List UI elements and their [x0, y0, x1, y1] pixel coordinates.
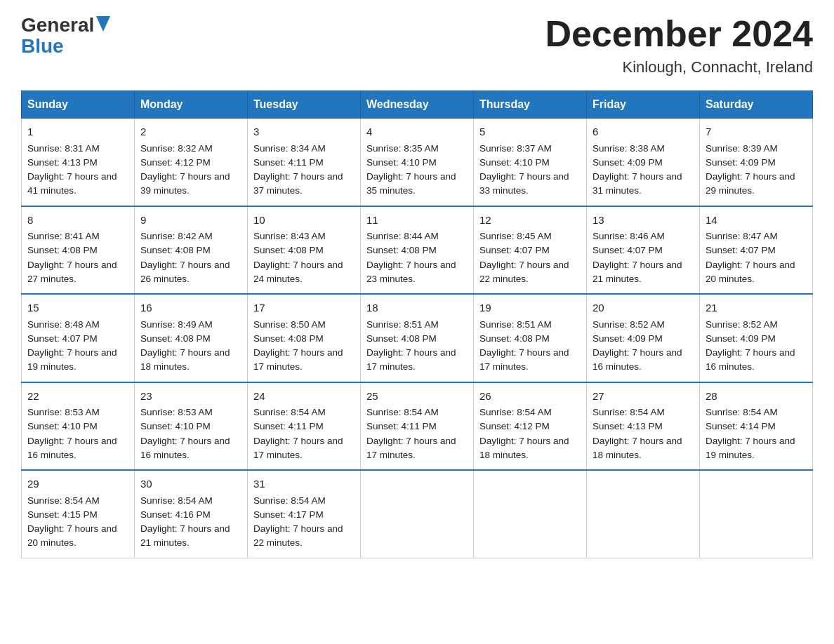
- daylight-label: Daylight: 7 hours and 19 minutes.: [27, 347, 117, 372]
- day-number: 8: [27, 213, 128, 229]
- day-number: 17: [253, 300, 355, 316]
- logo: General Blue: [21, 14, 112, 58]
- calendar-cell: [474, 470, 587, 558]
- col-sunday: Sunday: [22, 91, 135, 119]
- sunset-label: Sunset: 4:09 PM: [593, 333, 663, 344]
- day-number: 23: [140, 389, 241, 405]
- daylight-label: Daylight: 7 hours and 22 minutes.: [479, 260, 569, 284]
- day-number: 11: [366, 213, 468, 229]
- day-number: 20: [593, 300, 694, 316]
- calendar-cell: 19Sunrise: 8:51 AMSunset: 4:08 PMDayligh…: [474, 294, 587, 382]
- daylight-label: Daylight: 7 hours and 18 minutes.: [140, 347, 230, 372]
- sunset-label: Sunset: 4:07 PM: [479, 245, 550, 255]
- calendar-cell: 6Sunrise: 8:38 AMSunset: 4:09 PMDaylight…: [587, 119, 700, 206]
- calendar-cell: 30Sunrise: 8:54 AMSunset: 4:16 PMDayligh…: [135, 470, 248, 558]
- daylight-label: Daylight: 7 hours and 18 minutes.: [479, 436, 569, 460]
- col-tuesday: Tuesday: [248, 91, 361, 119]
- sunrise-label: Sunrise: 8:42 AM: [140, 231, 213, 241]
- sunset-label: Sunset: 4:14 PM: [706, 421, 776, 431]
- month-title: December 2024: [545, 14, 813, 54]
- col-thursday: Thursday: [474, 91, 587, 119]
- day-number: 21: [706, 300, 807, 316]
- daylight-label: Daylight: 7 hours and 31 minutes.: [593, 171, 682, 196]
- sunrise-label: Sunrise: 8:54 AM: [253, 495, 326, 506]
- sunrise-label: Sunrise: 8:54 AM: [593, 407, 665, 417]
- day-number: 9: [140, 213, 241, 229]
- calendar-week-row: 22Sunrise: 8:53 AMSunset: 4:10 PMDayligh…: [22, 382, 813, 471]
- logo-text: General: [21, 14, 112, 36]
- sunset-label: Sunset: 4:07 PM: [706, 245, 776, 255]
- sunrise-label: Sunrise: 8:45 AM: [479, 231, 552, 241]
- daylight-label: Daylight: 7 hours and 20 minutes.: [706, 260, 795, 284]
- day-number: 5: [479, 124, 581, 140]
- calendar-week-row: 1Sunrise: 8:31 AMSunset: 4:13 PMDaylight…: [22, 119, 813, 206]
- calendar-cell: 1Sunrise: 8:31 AMSunset: 4:13 PMDaylight…: [22, 119, 135, 206]
- col-wednesday: Wednesday: [361, 91, 474, 119]
- day-number: 30: [140, 476, 241, 492]
- sunset-label: Sunset: 4:12 PM: [479, 421, 550, 431]
- calendar-cell: 23Sunrise: 8:53 AMSunset: 4:10 PMDayligh…: [135, 382, 248, 471]
- daylight-label: Daylight: 7 hours and 16 minutes.: [593, 347, 682, 372]
- calendar-week-row: 8Sunrise: 8:41 AMSunset: 4:08 PMDaylight…: [22, 206, 813, 295]
- day-number: 22: [27, 389, 128, 405]
- day-number: 16: [140, 300, 241, 316]
- sunrise-label: Sunrise: 8:31 AM: [27, 143, 100, 154]
- sunrise-label: Sunrise: 8:54 AM: [366, 407, 439, 417]
- daylight-label: Daylight: 7 hours and 17 minutes.: [479, 347, 569, 372]
- calendar-cell: 7Sunrise: 8:39 AMSunset: 4:09 PMDaylight…: [700, 119, 813, 206]
- day-number: 25: [366, 389, 468, 405]
- daylight-label: Daylight: 7 hours and 17 minutes.: [366, 347, 456, 372]
- calendar-cell: 13Sunrise: 8:46 AMSunset: 4:07 PMDayligh…: [587, 206, 700, 295]
- day-number: 27: [593, 389, 694, 405]
- daylight-label: Daylight: 7 hours and 29 minutes.: [706, 171, 795, 196]
- title-area: December 2024 Kinlough, Connacht, Irelan…: [545, 14, 813, 76]
- calendar-cell: 16Sunrise: 8:49 AMSunset: 4:08 PMDayligh…: [135, 294, 248, 382]
- sunset-label: Sunset: 4:15 PM: [27, 509, 98, 520]
- sunrise-label: Sunrise: 8:49 AM: [140, 319, 213, 330]
- calendar-cell: 17Sunrise: 8:50 AMSunset: 4:08 PMDayligh…: [248, 294, 361, 382]
- day-number: 18: [366, 300, 468, 316]
- calendar-cell: [361, 470, 474, 558]
- sunset-label: Sunset: 4:12 PM: [140, 157, 211, 168]
- calendar-cell: 27Sunrise: 8:54 AMSunset: 4:13 PMDayligh…: [587, 382, 700, 471]
- sunset-label: Sunset: 4:11 PM: [366, 421, 437, 431]
- daylight-label: Daylight: 7 hours and 16 minutes.: [706, 347, 795, 372]
- sunset-label: Sunset: 4:17 PM: [253, 509, 324, 520]
- sunrise-label: Sunrise: 8:35 AM: [366, 143, 439, 154]
- calendar-cell: 22Sunrise: 8:53 AMSunset: 4:10 PMDayligh…: [22, 382, 135, 471]
- calendar-cell: [700, 470, 813, 558]
- logo-triangle-icon: [94, 14, 110, 36]
- day-number: 4: [366, 124, 468, 140]
- sunrise-label: Sunrise: 8:43 AM: [253, 231, 326, 241]
- sunrise-label: Sunrise: 8:41 AM: [27, 231, 100, 241]
- calendar-cell: 4Sunrise: 8:35 AMSunset: 4:10 PMDaylight…: [361, 119, 474, 206]
- sunset-label: Sunset: 4:08 PM: [366, 333, 437, 344]
- sunset-label: Sunset: 4:08 PM: [27, 245, 98, 255]
- day-number: 13: [593, 213, 694, 229]
- day-number: 10: [253, 213, 355, 229]
- calendar-cell: 12Sunrise: 8:45 AMSunset: 4:07 PMDayligh…: [474, 206, 587, 295]
- sunrise-label: Sunrise: 8:34 AM: [253, 143, 326, 154]
- page-header: General Blue December 2024 Kinlough, Con…: [21, 14, 813, 76]
- sunset-label: Sunset: 4:07 PM: [593, 245, 663, 255]
- day-number: 24: [253, 389, 355, 405]
- calendar-cell: 14Sunrise: 8:47 AMSunset: 4:07 PMDayligh…: [700, 206, 813, 295]
- sunrise-label: Sunrise: 8:37 AM: [479, 143, 552, 154]
- calendar-table: Sunday Monday Tuesday Wednesday Thursday…: [21, 90, 813, 558]
- sunset-label: Sunset: 4:08 PM: [479, 333, 550, 344]
- daylight-label: Daylight: 7 hours and 17 minutes.: [253, 347, 343, 372]
- calendar-cell: 18Sunrise: 8:51 AMSunset: 4:08 PMDayligh…: [361, 294, 474, 382]
- sunrise-label: Sunrise: 8:46 AM: [593, 231, 665, 241]
- sunset-label: Sunset: 4:10 PM: [479, 157, 550, 168]
- day-number: 15: [27, 300, 128, 316]
- day-number: 26: [479, 389, 581, 405]
- sunrise-label: Sunrise: 8:54 AM: [253, 407, 326, 417]
- calendar-cell: 11Sunrise: 8:44 AMSunset: 4:08 PMDayligh…: [361, 206, 474, 295]
- col-friday: Friday: [587, 91, 700, 119]
- sunrise-label: Sunrise: 8:52 AM: [706, 319, 778, 330]
- calendar-cell: 10Sunrise: 8:43 AMSunset: 4:08 PMDayligh…: [248, 206, 361, 295]
- calendar-cell: 2Sunrise: 8:32 AMSunset: 4:12 PMDaylight…: [135, 119, 248, 206]
- day-number: 14: [706, 213, 807, 229]
- daylight-label: Daylight: 7 hours and 16 minutes.: [27, 436, 117, 460]
- daylight-label: Daylight: 7 hours and 26 minutes.: [140, 260, 230, 284]
